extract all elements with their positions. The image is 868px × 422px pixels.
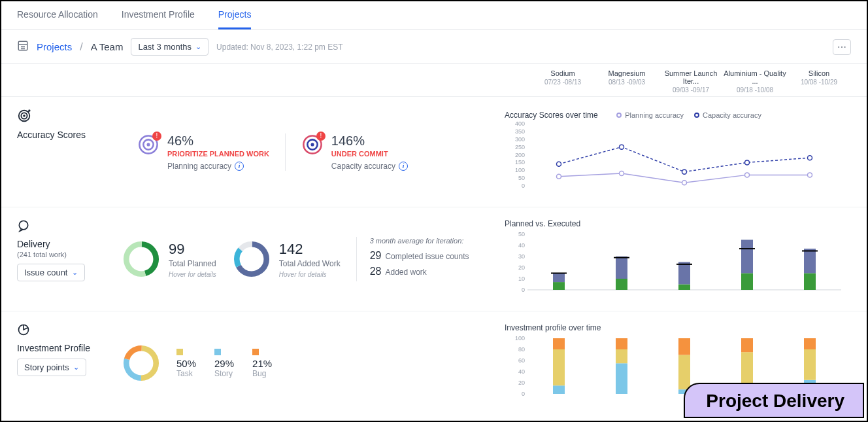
breadcrumb-projects-link[interactable]: Projects <box>37 41 72 52</box>
svg-text:40: 40 <box>518 368 525 375</box>
svg-text:20: 20 <box>518 379 525 386</box>
svg-point-27 <box>557 162 561 166</box>
svg-point-32 <box>19 221 27 230</box>
planned-hint: Hover for details <box>169 271 216 278</box>
svg-point-31 <box>808 156 812 160</box>
investment-chart-title: Investment profile over time <box>505 323 851 332</box>
svg-rect-49 <box>616 256 627 279</box>
delivery-bar-chart: 01020304050 <box>505 231 851 296</box>
section-title: Accuracy Scores <box>17 130 122 140</box>
target-icon <box>17 114 31 125</box>
investment-metric-dropdown[interactable]: Story points ⌄ <box>17 359 86 376</box>
svg-rect-75 <box>616 338 627 349</box>
accuracy-line-chart: 050100150200250300350400 <box>505 120 851 192</box>
svg-rect-48 <box>616 279 627 290</box>
svg-rect-55 <box>741 240 753 273</box>
svg-point-22 <box>557 174 561 179</box>
svg-text:100: 100 <box>515 335 525 342</box>
svg-text:0: 0 <box>522 183 525 189</box>
planning-accuracy-block: ! 46% PRIORITIZE PLANNED WORK Planning a… <box>122 133 285 171</box>
chevron-down-icon: ⌄ <box>195 43 201 51</box>
svg-rect-81 <box>741 338 753 352</box>
chat-icon <box>17 223 30 234</box>
svg-text:150: 150 <box>515 159 525 166</box>
breadcrumb-separator: / <box>80 41 82 53</box>
info-icon[interactable]: i <box>399 162 408 171</box>
svg-text:0: 0 <box>522 391 525 397</box>
accuracy-chart-title: Accuracy Scores over time <box>505 111 598 120</box>
svg-point-26 <box>808 173 812 177</box>
top-tabs: Resource Allocation Investment Profile P… <box>1 1 867 30</box>
alert-icon: ! <box>152 132 161 141</box>
svg-rect-70 <box>553 385 565 394</box>
capacity-warn: UNDER COMMIT <box>331 150 408 158</box>
tab-resource-allocation[interactable]: Resource Allocation <box>17 1 98 29</box>
bullseye-icon: ! <box>137 133 159 156</box>
average-block: 3 month average for iteration: 29Complet… <box>356 237 469 281</box>
added-hint: Hover for details <box>279 271 341 278</box>
info-icon[interactable]: i <box>235 162 244 171</box>
svg-rect-72 <box>553 338 565 349</box>
svg-text:300: 300 <box>515 136 525 143</box>
delivery-total: (241 total work) <box>17 251 122 258</box>
svg-text:400: 400 <box>515 120 525 127</box>
investment-donut-block <box>122 343 161 383</box>
bullseye-icon: ! <box>301 133 324 156</box>
svg-text:60: 60 <box>518 357 525 364</box>
iteration-col: Magnesium08/13 -09/03 <box>595 69 659 94</box>
iteration-col: Sodium07/23 -08/13 <box>531 69 595 94</box>
section-title: Investment Profile <box>17 343 122 353</box>
section-title: Delivery <box>17 239 122 249</box>
svg-text:40: 40 <box>518 242 525 249</box>
iteration-col: Summer Launch Iter...09/03 -09/17 <box>659 69 723 94</box>
planning-accuracy-value: 46% <box>167 133 269 149</box>
svg-rect-46 <box>553 273 565 283</box>
more-menu-button[interactable]: ⋯ <box>833 39 851 55</box>
svg-text:80: 80 <box>518 346 525 353</box>
iteration-col: Silicon10/08 -10/29 <box>787 69 851 94</box>
planning-label: Planning accuracy i <box>167 162 269 171</box>
planned-label: Total Planned <box>169 259 216 268</box>
svg-rect-80 <box>741 352 753 383</box>
alert-icon: ! <box>316 132 326 141</box>
tab-investment-profile[interactable]: Investment Profile <box>122 1 195 29</box>
svg-text:350: 350 <box>515 128 525 135</box>
svg-point-25 <box>745 173 750 177</box>
svg-point-34 <box>126 244 156 273</box>
svg-rect-78 <box>678 338 690 355</box>
svg-rect-84 <box>804 338 816 349</box>
investment-breakdown: 50% Task 29% Story 21% Bug <box>176 349 272 378</box>
svg-point-12 <box>310 143 314 146</box>
svg-text:100: 100 <box>515 167 525 173</box>
svg-point-6 <box>24 115 25 116</box>
iteration-col: Aluminium - Quality ...09/18 -10/08 <box>723 69 787 94</box>
delivery-metric-dropdown[interactable]: Issue count ⌄ <box>17 264 85 281</box>
accuracy-section: Accuracy Scores ! 46% PRIORITIZE PLANNED… <box>1 97 867 207</box>
delivery-section: Delivery (241 total work) Issue count ⌄ … <box>1 207 867 311</box>
planned-donut <box>122 239 161 279</box>
svg-rect-77 <box>678 355 690 390</box>
investment-donut <box>122 343 161 383</box>
invest-story: 29% Story <box>214 349 234 378</box>
added-label: Total Added Work <box>279 259 341 268</box>
svg-rect-74 <box>616 349 627 363</box>
svg-text:250: 250 <box>515 144 525 150</box>
added-donut-block: 142 Total Added Work Hover for details <box>232 239 341 279</box>
iterations-header: Sodium07/23 -08/13 Magnesium08/13 -09/03… <box>1 64 867 97</box>
svg-text:20: 20 <box>518 264 525 271</box>
planned-value: 99 <box>169 241 216 258</box>
timeframe-dropdown[interactable]: Last 3 months ⌄ <box>131 38 209 56</box>
tab-projects[interactable]: Projects <box>218 1 252 29</box>
svg-rect-83 <box>804 349 816 380</box>
capacity-label: Capacity accuracy i <box>331 162 408 171</box>
svg-rect-73 <box>616 363 627 394</box>
accuracy-legend: Planning accuracy Capacity accuracy <box>616 111 761 119</box>
svg-rect-52 <box>678 262 690 285</box>
updated-text: Updated: Nov 8, 2023, 1:22 pm EST <box>216 43 342 52</box>
svg-point-24 <box>682 181 687 185</box>
svg-text:50: 50 <box>518 175 525 181</box>
page-badge: Project Delivery <box>684 383 864 418</box>
svg-point-63 <box>126 348 156 378</box>
svg-point-23 <box>620 171 624 176</box>
breadcrumb-current: A Team <box>91 41 124 52</box>
